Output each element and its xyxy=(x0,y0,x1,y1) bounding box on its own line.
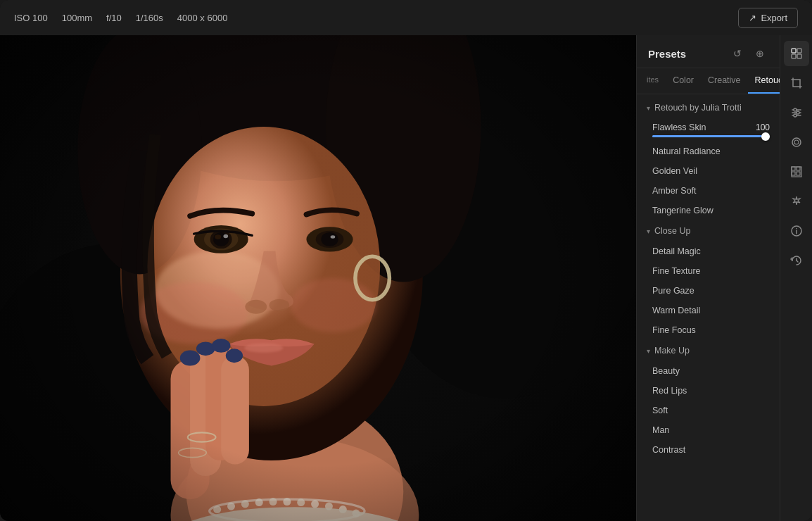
tool-grid[interactable] xyxy=(784,159,809,184)
svg-rect-68 xyxy=(797,172,800,175)
presets-header: Presets ↺ ⊕ xyxy=(637,35,780,68)
preset-contrast[interactable]: Contrast xyxy=(637,440,780,460)
presets-title: Presets xyxy=(648,48,686,60)
chevron-make-up-icon: ▾ xyxy=(647,347,650,355)
svg-point-60 xyxy=(794,108,797,111)
crop-icon xyxy=(790,77,803,89)
preset-flawless-skin-value: 100 xyxy=(756,123,770,132)
add-preset-button[interactable]: ⊕ xyxy=(751,45,768,62)
preset-soft-label: Soft xyxy=(652,406,668,415)
aperture: f/10 xyxy=(106,13,122,23)
effects-icon xyxy=(790,195,803,208)
heal-icon xyxy=(790,136,803,149)
preset-beauty[interactable]: Beauty xyxy=(637,361,780,381)
group-make-up-label: Make Up xyxy=(654,346,690,356)
right-sidebar: Presets ↺ ⊕ ites Color Creative Retouch … xyxy=(636,35,812,521)
preset-golden-veil[interactable]: Golden Veil xyxy=(637,161,780,181)
tools-panel xyxy=(780,35,812,521)
reset-button[interactable]: ↺ xyxy=(729,45,746,62)
slider-fill xyxy=(652,135,770,137)
presets-icon xyxy=(790,47,803,60)
preset-warm-detail[interactable]: Warm Detail xyxy=(637,301,780,320)
export-icon: ↗ xyxy=(749,13,756,23)
export-button[interactable]: ↗ Export xyxy=(738,8,798,28)
preset-detail-magic[interactable]: Detail Magic xyxy=(637,241,780,261)
preset-pure-gaze-label: Pure Gaze xyxy=(652,286,694,296)
history-icon xyxy=(790,254,803,267)
svg-point-61 xyxy=(797,111,799,114)
preset-warm-detail-label: Warm Detail xyxy=(652,306,700,315)
preset-soft[interactable]: Soft xyxy=(637,401,780,420)
tab-retouch[interactable]: Retouch xyxy=(748,68,780,94)
preset-man[interactable]: Man xyxy=(637,420,780,440)
tool-effects[interactable] xyxy=(784,189,809,214)
preset-flawless-skin-slider[interactable] xyxy=(652,135,770,137)
tool-history[interactable] xyxy=(784,248,809,273)
svg-rect-66 xyxy=(797,167,800,170)
tool-heal[interactable] xyxy=(784,130,809,155)
preset-amber-soft[interactable]: Amber Soft xyxy=(637,181,780,201)
presets-panel: Presets ↺ ⊕ ites Color Creative Retouch … xyxy=(637,35,780,521)
svg-point-64 xyxy=(794,140,799,144)
svg-point-62 xyxy=(794,114,797,117)
app-container: ISO 100 100mm f/10 1/160s 4000 x 6000 ↗ … xyxy=(0,0,812,521)
svg-rect-67 xyxy=(792,172,795,175)
svg-rect-55 xyxy=(792,54,796,58)
preset-fine-focus-label: Fine Focus xyxy=(652,325,696,335)
svg-rect-65 xyxy=(792,167,795,170)
preset-tangerine-glow-label: Tangerine Glow xyxy=(652,206,713,215)
tool-adjustments[interactable] xyxy=(784,100,809,125)
preset-fine-focus[interactable]: Fine Focus xyxy=(637,320,780,340)
preset-red-lips[interactable]: Red Lips xyxy=(637,381,780,401)
presets-header-actions: ↺ ⊕ xyxy=(729,45,768,62)
group-retouch-julia-label: Retouch by Julia Trotti xyxy=(654,103,742,113)
chevron-close-up-icon: ▾ xyxy=(647,227,650,235)
presets-list[interactable]: ▾ Retouch by Julia Trotti Flawless Skin … xyxy=(637,94,780,521)
group-close-up[interactable]: ▾ Close Up xyxy=(637,220,780,241)
preset-detail-magic-label: Detail Magic xyxy=(652,246,701,256)
preset-tabs: ites Color Creative Retouch External xyxy=(637,68,780,94)
svg-line-74 xyxy=(797,260,798,262)
svg-point-63 xyxy=(792,138,801,146)
svg-rect-53 xyxy=(792,49,796,53)
slider-thumb[interactable] xyxy=(761,132,770,141)
group-close-up-label: Close Up xyxy=(654,226,690,236)
tab-faves[interactable]: ites xyxy=(640,68,666,94)
adjustments-icon xyxy=(790,106,803,119)
group-retouch-julia[interactable]: ▾ Retouch by Julia Trotti xyxy=(637,97,780,118)
preset-fine-texture-label: Fine Texture xyxy=(652,266,701,276)
portrait-image xyxy=(0,35,636,521)
preset-beauty-label: Beauty xyxy=(652,366,680,376)
tab-creative[interactable]: Creative xyxy=(701,68,748,94)
preset-flawless-skin-label: Flawless Skin xyxy=(652,123,706,132)
preset-red-lips-label: Red Lips xyxy=(652,386,687,396)
preset-natural-radiance[interactable]: Natural Radiance xyxy=(637,142,780,161)
shutter-speed: 1/160s xyxy=(136,13,163,23)
resolution: 4000 x 6000 xyxy=(177,13,228,23)
tool-presets[interactable] xyxy=(784,41,809,66)
tool-info[interactable] xyxy=(784,218,809,244)
tool-crop[interactable] xyxy=(784,70,809,96)
camera-info: ISO 100 100mm f/10 1/160s 4000 x 6000 xyxy=(14,13,227,23)
tab-color[interactable]: Color xyxy=(666,68,701,94)
chevron-icon: ▾ xyxy=(647,104,650,112)
preset-flawless-skin[interactable]: Flawless Skin 100 xyxy=(637,118,780,142)
grid-icon xyxy=(790,165,803,178)
preset-man-label: Man xyxy=(652,425,669,435)
svg-point-72 xyxy=(796,228,797,230)
svg-rect-52 xyxy=(0,35,636,521)
iso-value: ISO 100 xyxy=(14,13,48,23)
svg-rect-54 xyxy=(797,49,801,53)
group-make-up[interactable]: ▾ Make Up xyxy=(637,340,780,361)
info-icon xyxy=(790,225,803,237)
preset-fine-texture[interactable]: Fine Texture xyxy=(637,261,780,281)
preset-natural-radiance-label: Natural Radiance xyxy=(652,146,721,156)
export-label: Export xyxy=(761,13,787,23)
top-bar: ISO 100 100mm f/10 1/160s 4000 x 6000 ↗ … xyxy=(0,0,812,35)
svg-rect-56 xyxy=(797,54,801,58)
preset-golden-veil-label: Golden Veil xyxy=(652,166,697,176)
preset-tangerine-glow[interactable]: Tangerine Glow xyxy=(637,201,780,220)
preset-amber-soft-label: Amber Soft xyxy=(652,186,697,196)
preset-pure-gaze[interactable]: Pure Gaze xyxy=(637,281,780,301)
main-content: Presets ↺ ⊕ ites Color Creative Retouch … xyxy=(0,35,812,521)
